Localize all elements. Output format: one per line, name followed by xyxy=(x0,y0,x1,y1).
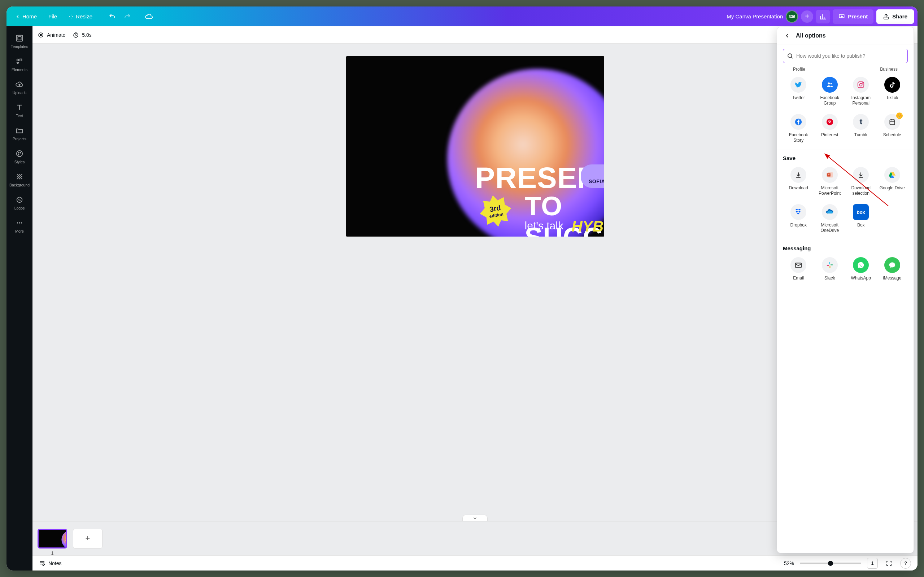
share-twitter[interactable]: Twitter xyxy=(783,75,814,110)
svg-point-16 xyxy=(40,34,42,36)
share-panel-header: All options xyxy=(777,27,914,44)
business-label: Business xyxy=(880,67,898,72)
svg-point-8 xyxy=(20,152,21,153)
help-button[interactable]: ? xyxy=(900,558,911,569)
share-pinterest[interactable]: Pinterest xyxy=(814,112,846,147)
share-facebook-story[interactable]: Facebook Story xyxy=(783,112,814,147)
share-tumblr[interactable]: Tumblr xyxy=(845,112,877,147)
home-button[interactable]: Home xyxy=(10,10,42,23)
share-panel-body[interactable]: Profile Business Twitter Facebook Group … xyxy=(777,44,914,553)
svg-rect-31 xyxy=(829,262,830,265)
svg-point-7 xyxy=(18,152,19,153)
box-icon: box xyxy=(853,204,869,220)
slide-canvas[interactable]: PRESENT TO SUCCEED let's talk HYBRID 28 … xyxy=(346,56,604,237)
save-section-title: Save xyxy=(783,155,908,161)
left-sidebar: Templates Elements Uploads Text Projects… xyxy=(6,26,32,571)
sidebar-uploads[interactable]: Uploads xyxy=(6,77,32,99)
page-indicator-button[interactable]: 1 xyxy=(867,558,878,569)
svg-rect-3 xyxy=(18,36,21,40)
svg-point-4 xyxy=(17,59,19,61)
slide-subtitle-2[interactable]: HYBRID xyxy=(572,218,604,235)
slide-subtitle-1[interactable]: let's talk xyxy=(525,220,564,232)
sidebar-background[interactable]: Background xyxy=(6,169,32,192)
cloud-sync-icon[interactable] xyxy=(142,10,156,23)
home-label: Home xyxy=(23,13,37,19)
present-button[interactable]: Present xyxy=(833,10,874,24)
event-date-pill[interactable]: 28 APR 2023 SOFIA, BULGARIA / ONLINE xyxy=(581,164,604,188)
add-collaborator-button[interactable]: + xyxy=(801,10,813,23)
svg-point-23 xyxy=(862,82,863,83)
share-schedule[interactable]: 👑 Schedule xyxy=(877,112,908,147)
top-toolbar: Home File Resize 336 + xyxy=(6,6,918,26)
sidebar-styles[interactable]: Styles xyxy=(6,146,32,168)
notes-button[interactable]: Notes xyxy=(39,560,62,567)
redo-button[interactable] xyxy=(121,10,134,23)
messaging-email[interactable]: Email xyxy=(783,255,814,285)
pinterest-icon xyxy=(822,114,838,130)
zoom-slider[interactable] xyxy=(800,562,861,564)
save-download-selection[interactable]: Download selection xyxy=(845,165,877,200)
save-box[interactable]: box Box xyxy=(845,202,877,237)
animate-button[interactable]: Animate xyxy=(37,32,65,38)
document-title-input[interactable] xyxy=(703,13,783,19)
svg-point-12 xyxy=(17,222,18,224)
analytics-icon[interactable] xyxy=(816,10,830,23)
publish-search-input[interactable] xyxy=(796,53,904,59)
duration-button[interactable]: 5.0s xyxy=(73,32,91,38)
sidebar-templates[interactable]: Templates xyxy=(6,31,32,53)
slack-icon xyxy=(822,257,838,273)
back-button[interactable] xyxy=(783,31,792,40)
dropbox-icon xyxy=(790,204,806,220)
resize-menu[interactable]: Resize xyxy=(63,10,97,23)
twitter-icon xyxy=(790,77,806,93)
svg-rect-34 xyxy=(827,265,829,266)
sidebar-logos[interactable]: co. Logos xyxy=(6,192,32,214)
share-panel-title: All options xyxy=(796,32,826,39)
sidebar-more[interactable]: More xyxy=(6,215,32,238)
save-powerpoint[interactable]: P Microsoft PowerPoint xyxy=(814,165,846,200)
email-icon xyxy=(790,257,806,273)
instagram-icon xyxy=(853,77,869,93)
share-facebook-group[interactable]: Facebook Group xyxy=(814,75,846,110)
bottom-bar: Notes 52% 1 ? xyxy=(32,555,918,571)
page-number-label: 1 xyxy=(51,551,54,556)
file-menu[interactable]: File xyxy=(43,10,62,23)
sidebar-projects[interactable]: Projects xyxy=(6,123,32,145)
tiktok-icon xyxy=(884,77,900,93)
expand-strip-handle[interactable] xyxy=(462,515,488,521)
fullscreen-button[interactable] xyxy=(884,558,894,569)
facebook-story-icon xyxy=(790,114,806,130)
save-google-drive[interactable]: Google Drive xyxy=(877,165,908,200)
svg-point-6 xyxy=(16,151,23,157)
share-instagram-personal[interactable]: Instagram Personal xyxy=(845,75,877,110)
publish-search[interactable] xyxy=(783,49,908,63)
svg-rect-26 xyxy=(890,120,894,124)
svg-point-19 xyxy=(828,82,830,85)
save-dropbox[interactable]: Dropbox xyxy=(783,202,814,237)
powerpoint-icon: P xyxy=(822,167,838,183)
page-thumbnail-1[interactable]: PRESENT TO SUCCEED HYBRID xyxy=(37,529,67,548)
share-panel: All options Profile Business Twitter Fac… xyxy=(777,27,914,553)
add-page-button[interactable]: + xyxy=(73,529,102,548)
messaging-slack[interactable]: Slack xyxy=(814,255,846,285)
sidebar-elements[interactable]: Elements xyxy=(6,54,32,76)
messaging-imessage[interactable]: iMessage xyxy=(877,255,908,285)
svg-point-25 xyxy=(827,119,833,125)
zoom-level-label: 52% xyxy=(784,561,794,566)
svg-point-18 xyxy=(788,54,792,58)
save-onedrive[interactable]: Microsoft OneDrive xyxy=(814,202,846,237)
share-tiktok[interactable]: TikTok xyxy=(877,75,908,110)
user-avatar[interactable]: 336 xyxy=(786,10,798,23)
share-button[interactable]: Share xyxy=(876,10,914,24)
save-download[interactable]: Download xyxy=(783,165,814,200)
onedrive-icon xyxy=(822,204,838,220)
sidebar-text[interactable]: Text xyxy=(6,100,32,122)
svg-rect-33 xyxy=(829,266,830,268)
undo-button[interactable] xyxy=(105,10,119,23)
facebook-group-icon xyxy=(822,77,838,93)
tumblr-icon xyxy=(853,114,869,130)
messaging-whatsapp[interactable]: WhatsApp xyxy=(845,255,877,285)
whatsapp-icon xyxy=(853,257,869,273)
google-drive-icon xyxy=(884,167,900,183)
pro-badge-icon: 👑 xyxy=(896,113,903,119)
